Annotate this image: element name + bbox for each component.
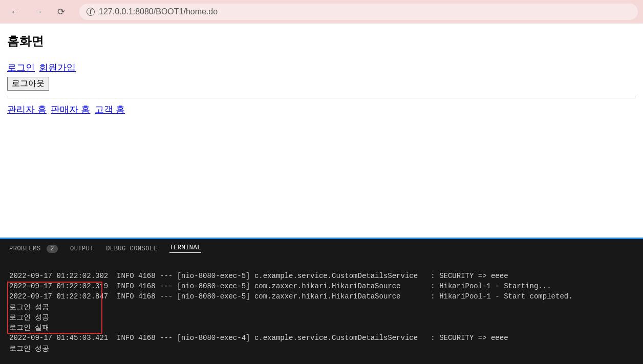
browser-toolbar: ← → ⟳ i 127.0.0.1:8080/BOOT1/home.do — [0, 0, 643, 24]
problems-badge: 2 — [47, 245, 58, 253]
tab-terminal[interactable]: TERMINAL — [169, 244, 201, 253]
tab-problems[interactable]: PROBLEMS 2 — [9, 245, 58, 252]
terminal-tabs: PROBLEMS 2 OUTPUT DEBUG CONSOLE TERMINAL — [0, 239, 643, 257]
reload-icon: ⟳ — [57, 7, 65, 17]
tab-debug-console[interactable]: DEBUG CONSOLE — [106, 245, 157, 252]
arrow-right-icon: → — [34, 7, 43, 17]
customer-home-link[interactable]: 고객 홈 — [95, 104, 125, 115]
admin-home-link[interactable]: 관리자 홈 — [7, 104, 47, 115]
page-body: 홈화면 로그인 회원가입 로그아웃 관리자 홈 판매자 홈 고객 홈 — [0, 24, 643, 238]
divider — [7, 98, 636, 98]
seller-home-link[interactable]: 판매자 홈 — [51, 104, 90, 115]
login-link[interactable]: 로그인 — [7, 62, 35, 73]
back-button[interactable]: ← — [5, 4, 25, 20]
tab-problems-label: PROBLEMS — [9, 245, 41, 252]
auth-links-row: 로그인 회원가입 — [7, 61, 636, 74]
reload-button[interactable]: ⟳ — [52, 3, 70, 20]
arrow-left-icon: ← — [10, 7, 19, 17]
terminal-line: 로그인 성공 — [9, 345, 49, 353]
url-text: 127.0.0.1:8080/BOOT1/home.do — [99, 7, 218, 16]
forward-button[interactable]: → — [29, 4, 48, 20]
annotation-highlight-box — [7, 282, 102, 334]
address-bar[interactable]: i 127.0.0.1:8080/BOOT1/home.do — [79, 4, 638, 20]
tab-output[interactable]: OUTPUT — [70, 245, 94, 252]
page-title: 홈화면 — [7, 33, 636, 49]
terminal-panel: PROBLEMS 2 OUTPUT DEBUG CONSOLE TERMINAL… — [0, 238, 643, 364]
terminal-line: 2022-09-17 01:45:03.421 INFO 4168 --- [n… — [9, 334, 508, 342]
signup-link[interactable]: 회원가입 — [39, 62, 76, 73]
role-links-row: 관리자 홈 판매자 홈 고객 홈 — [7, 103, 636, 116]
info-icon[interactable]: i — [87, 8, 95, 16]
logout-button[interactable]: 로그아웃 — [7, 77, 49, 91]
terminal-line: 2022-09-17 01:22:02.302 INFO 4168 --- [n… — [9, 272, 508, 280]
terminal-body-wrapper: 2022-09-17 01:22:02.302 INFO 4168 --- [n… — [0, 257, 643, 364]
